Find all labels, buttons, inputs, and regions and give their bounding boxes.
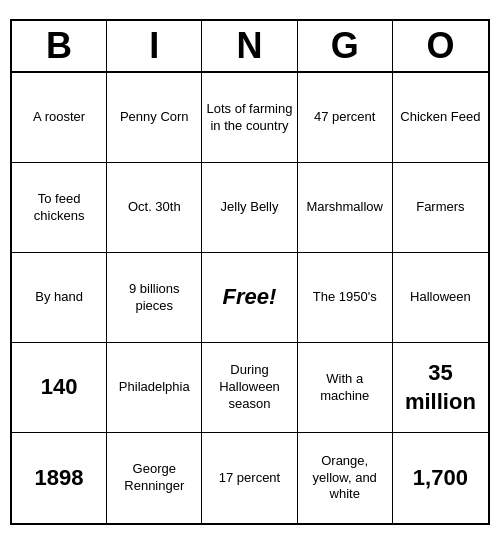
bingo-cell-2: Lots of farming in the country <box>202 73 297 163</box>
bingo-cell-23: Orange, yellow, and white <box>298 433 393 523</box>
bingo-cell-21: George Renninger <box>107 433 202 523</box>
bingo-letter-g: G <box>298 21 393 71</box>
bingo-card: BINGO A roosterPenny CornLots of farming… <box>10 19 490 525</box>
bingo-cell-5: To feed chickens <box>12 163 107 253</box>
bingo-cell-10: By hand <box>12 253 107 343</box>
bingo-cell-16: Philadelphia <box>107 343 202 433</box>
bingo-letter-n: N <box>202 21 297 71</box>
bingo-cell-24: 1,700 <box>393 433 488 523</box>
bingo-cell-7: Jelly Belly <box>202 163 297 253</box>
bingo-letter-i: I <box>107 21 202 71</box>
bingo-cell-22: 17 percent <box>202 433 297 523</box>
bingo-letter-o: O <box>393 21 488 71</box>
bingo-cell-11: 9 billions pieces <box>107 253 202 343</box>
bingo-cell-14: Halloween <box>393 253 488 343</box>
bingo-cell-0: A rooster <box>12 73 107 163</box>
bingo-cell-20: 1898 <box>12 433 107 523</box>
bingo-cell-6: Oct. 30th <box>107 163 202 253</box>
bingo-cell-12: Free! <box>202 253 297 343</box>
bingo-cell-8: Marshmallow <box>298 163 393 253</box>
bingo-letter-b: B <box>12 21 107 71</box>
bingo-cell-13: The 1950's <box>298 253 393 343</box>
bingo-cell-4: Chicken Feed <box>393 73 488 163</box>
bingo-cell-18: With a machine <box>298 343 393 433</box>
bingo-cell-3: 47 percent <box>298 73 393 163</box>
bingo-cell-19: 35 million <box>393 343 488 433</box>
bingo-cell-1: Penny Corn <box>107 73 202 163</box>
bingo-cell-17: During Halloween season <box>202 343 297 433</box>
bingo-grid: A roosterPenny CornLots of farming in th… <box>12 73 488 523</box>
bingo-cell-15: 140 <box>12 343 107 433</box>
bingo-header: BINGO <box>12 21 488 73</box>
bingo-cell-9: Farmers <box>393 163 488 253</box>
